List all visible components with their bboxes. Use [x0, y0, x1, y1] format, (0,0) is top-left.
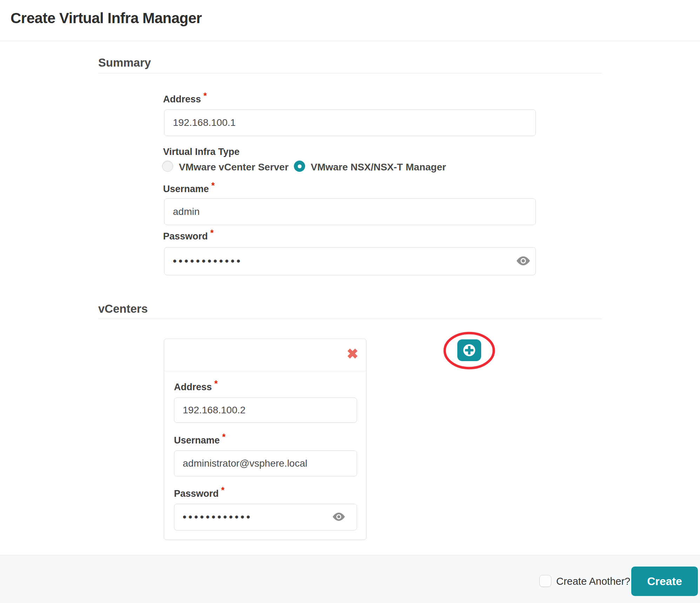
vcenters-section-heading: vCenters	[98, 302, 148, 316]
vcenter-password-label: Password*	[174, 488, 224, 499]
vcenter-username-input[interactable]	[174, 450, 357, 476]
summary-section-divider	[98, 73, 602, 73]
create-button[interactable]: Create	[631, 567, 698, 596]
summary-section-heading: Summary	[98, 56, 151, 69]
plus-icon	[463, 344, 476, 357]
password-input[interactable]	[164, 247, 536, 275]
create-another-label[interactable]: Create Another?	[556, 576, 630, 587]
radio-vmware-nsx-manager[interactable]	[294, 161, 305, 172]
required-asterisk: *	[222, 432, 226, 442]
add-vcenter-button[interactable]	[457, 339, 481, 361]
page-title: Create Virtual Infra Manager	[11, 10, 202, 27]
vcenter-card-header: ✖	[164, 339, 366, 371]
radio-vmware-vcenter-server[interactable]	[162, 161, 173, 172]
eye-icon[interactable]	[516, 255, 531, 266]
password-label: Password*	[163, 231, 214, 242]
create-virtual-infra-manager-page: Create Virtual Infra Manager Summary Add…	[0, 0, 700, 603]
vcenter-password-input[interactable]	[174, 504, 357, 530]
required-asterisk: *	[203, 91, 207, 101]
virtual-infra-type-label: Virtual Infra Type	[163, 147, 240, 157]
vcenter-address-label: Address*	[174, 382, 218, 393]
page-header: Create Virtual Infra Manager	[0, 0, 700, 41]
create-another-checkbox[interactable]	[539, 575, 551, 587]
address-label: Address*	[163, 94, 207, 105]
required-asterisk: *	[221, 485, 225, 495]
address-input[interactable]	[164, 109, 536, 136]
radio-vmware-vcenter-server-label[interactable]: VMware vCenter Server	[179, 162, 289, 173]
close-x-icon[interactable]: ✖	[346, 347, 358, 361]
radio-vmware-nsx-manager-label[interactable]: VMware NSX/NSX-T Manager	[311, 162, 446, 173]
vcenter-address-input[interactable]	[174, 398, 357, 423]
required-asterisk: *	[210, 228, 214, 238]
required-asterisk: *	[214, 379, 218, 388]
vcenter-card: ✖ Address* Username* Password*	[164, 339, 366, 540]
username-label: Username*	[163, 184, 215, 195]
vcenters-section-divider	[98, 319, 602, 319]
required-asterisk: *	[211, 181, 215, 190]
eye-icon[interactable]	[332, 511, 346, 522]
vcenter-username-label: Username*	[174, 435, 226, 446]
username-input[interactable]	[164, 198, 536, 225]
